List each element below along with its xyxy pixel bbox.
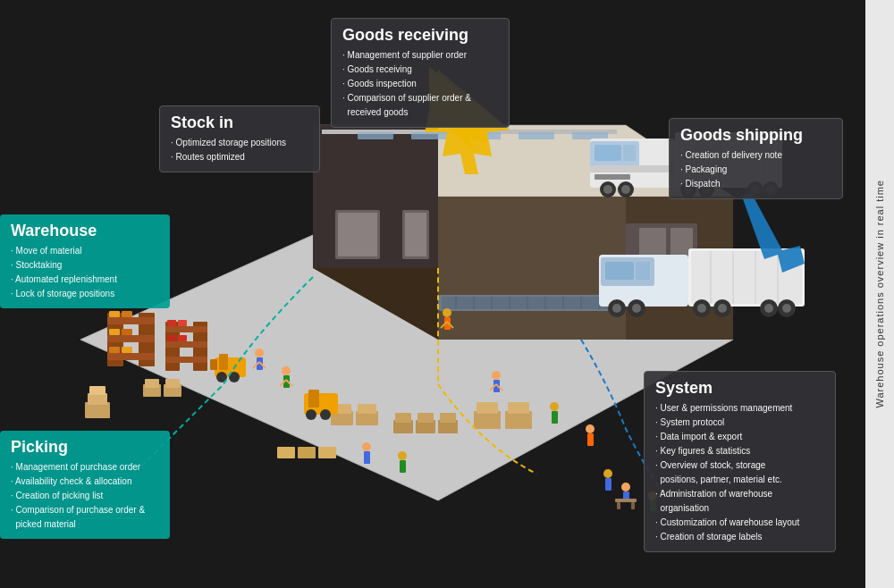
svg-rect-78 xyxy=(587,433,594,446)
svg-point-106 xyxy=(320,409,331,420)
system-content: · User & permissions management · System… xyxy=(655,401,824,544)
svg-rect-72 xyxy=(493,380,500,392)
svg-point-101 xyxy=(398,451,407,460)
svg-point-120 xyxy=(621,185,630,194)
svg-point-150 xyxy=(764,304,773,313)
svg-point-118 xyxy=(603,185,612,194)
stock-in-title: Stock in xyxy=(171,113,308,132)
svg-rect-87 xyxy=(356,411,378,425)
svg-point-99 xyxy=(362,442,371,451)
svg-rect-100 xyxy=(364,451,370,464)
picking-content: · Management of purchase order · Availab… xyxy=(11,460,159,532)
svg-rect-110 xyxy=(623,145,636,161)
main-container: Warehouse operations overview in real ti… xyxy=(0,0,894,588)
svg-rect-9 xyxy=(411,132,447,139)
svg-line-61 xyxy=(253,362,259,368)
goods-receiving-title: Goods receiving xyxy=(342,26,498,45)
system-box: System · User & permissions management ·… xyxy=(644,371,836,552)
svg-rect-53 xyxy=(178,335,187,341)
svg-marker-18 xyxy=(438,197,626,340)
stock-in-box: Stock in · Optimized storage positions ·… xyxy=(159,105,320,172)
svg-marker-13 xyxy=(313,197,438,268)
svg-point-63 xyxy=(282,366,291,375)
warehouse-title: Warehouse xyxy=(11,222,159,240)
svg-rect-93 xyxy=(438,420,458,433)
svg-rect-40 xyxy=(122,311,132,317)
svg-marker-154 xyxy=(742,192,805,273)
svg-rect-37 xyxy=(107,335,155,342)
svg-rect-156 xyxy=(623,491,629,502)
svg-rect-90 xyxy=(395,413,411,423)
svg-marker-2 xyxy=(313,125,438,340)
goods-shipping-title: Goods shipping xyxy=(680,126,831,145)
svg-rect-10 xyxy=(465,132,501,139)
svg-rect-76 xyxy=(552,411,558,424)
svg-rect-58 xyxy=(210,359,217,370)
svg-point-147 xyxy=(713,299,731,317)
svg-rect-136 xyxy=(691,251,802,304)
svg-point-57 xyxy=(229,372,240,382)
svg-rect-164 xyxy=(318,447,336,458)
picking-box: Picking · Management of purchase order ·… xyxy=(0,431,170,539)
svg-point-148 xyxy=(718,304,727,313)
svg-line-73 xyxy=(490,384,496,391)
svg-rect-92 xyxy=(417,413,434,423)
svg-line-65 xyxy=(280,380,286,386)
svg-rect-36 xyxy=(107,317,155,324)
svg-rect-85 xyxy=(331,411,353,425)
svg-rect-166 xyxy=(88,393,107,405)
svg-rect-83 xyxy=(164,384,181,397)
stock-in-content: · Optimized storage positions · Routes o… xyxy=(171,136,308,164)
svg-rect-81 xyxy=(143,384,161,397)
svg-rect-84 xyxy=(165,379,180,388)
svg-rect-132 xyxy=(601,257,654,286)
svg-rect-12 xyxy=(572,132,608,139)
svg-point-141 xyxy=(608,299,626,317)
svg-rect-47 xyxy=(165,326,207,332)
svg-point-71 xyxy=(492,371,501,380)
svg-rect-107 xyxy=(590,139,675,188)
svg-point-119 xyxy=(618,181,634,197)
svg-rect-15 xyxy=(338,213,377,256)
svg-rect-21 xyxy=(639,228,666,281)
svg-rect-44 xyxy=(122,347,132,353)
warehouse-box: Warehouse · Move of material · Stocktaki… xyxy=(0,214,170,308)
svg-rect-97 xyxy=(505,411,532,429)
system-title: System xyxy=(655,379,824,398)
svg-point-151 xyxy=(778,299,796,317)
svg-rect-54 xyxy=(215,357,246,377)
svg-marker-7 xyxy=(322,130,617,134)
goods-shipping-box: Goods shipping · Creation of delivery no… xyxy=(669,118,843,199)
svg-rect-68 xyxy=(444,317,451,330)
svg-rect-20 xyxy=(626,223,697,286)
svg-rect-41 xyxy=(109,329,120,335)
svg-rect-104 xyxy=(308,390,319,407)
svg-rect-64 xyxy=(283,375,290,388)
svg-rect-24 xyxy=(442,297,613,309)
svg-rect-135 xyxy=(688,248,805,307)
svg-rect-98 xyxy=(508,402,529,414)
svg-rect-14 xyxy=(335,210,380,259)
svg-rect-103 xyxy=(304,393,338,415)
svg-point-144 xyxy=(632,304,641,313)
svg-point-143 xyxy=(628,299,645,317)
svg-rect-60 xyxy=(257,357,263,370)
svg-rect-162 xyxy=(277,447,295,458)
svg-rect-102 xyxy=(400,460,406,473)
svg-rect-23 xyxy=(438,295,617,311)
warehouse-content: · Move of material · Stocktaking · Autom… xyxy=(11,244,159,301)
svg-point-149 xyxy=(760,299,778,317)
goods-shipping-content: · Creation of delivery note · Packaging … xyxy=(680,148,831,191)
svg-rect-51 xyxy=(178,320,187,326)
svg-point-117 xyxy=(600,181,616,197)
goods-receiving-content: · Management of supplier order · Goods r… xyxy=(342,48,498,120)
svg-point-59 xyxy=(255,349,264,357)
picking-title: Picking xyxy=(11,438,159,457)
svg-line-74 xyxy=(496,384,502,391)
svg-rect-109 xyxy=(595,145,621,161)
svg-point-79 xyxy=(603,469,612,478)
svg-line-66 xyxy=(286,380,292,386)
svg-rect-22 xyxy=(670,228,693,281)
svg-marker-0 xyxy=(80,179,733,500)
svg-rect-82 xyxy=(145,379,159,388)
